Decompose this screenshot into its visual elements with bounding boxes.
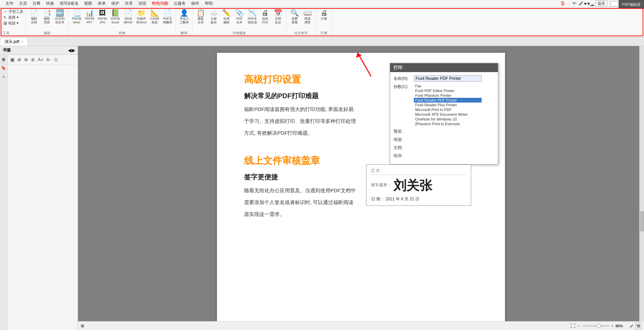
cloud-icon[interactable]: ☁: [590, 2, 595, 7]
free-check-btn[interactable]: 🔍 免费查重: [288, 9, 301, 25]
fit-page-btn[interactable]: ⛶: [570, 323, 575, 329]
pdf-scroll-area[interactable]: 高级打印设置 解决常见的PDF打印难题 福昕PDF阅读器拥有强大的打印功能, 界…: [78, 46, 644, 330]
doc-meeting-btn[interactable]: 📅 文档会议: [272, 9, 284, 25]
print-row-preview: 预览:: [394, 128, 495, 134]
sidebar-tool-settings[interactable]: ⊙: [53, 56, 59, 63]
cad-label: CAD转换器: [150, 17, 159, 24]
signature-box: 乙 方: 签字/盖章： 刘关张 日 期： 2021 年 6 月 21 日: [366, 164, 471, 206]
sidebar-icon-thumbnail[interactable]: ▣: [1, 56, 7, 62]
menu-item-sign[interactable]: 填写&签名: [57, 0, 81, 7]
sidebar-tool-add[interactable]: ▣: [9, 56, 15, 63]
remote-print-btn[interactable]: 🖨 远程打印: [259, 9, 271, 25]
pdf-to-ppt-btn[interactable]: 📊 PDF转PPT: [83, 9, 96, 25]
print-btn[interactable]: 🖨 打窝: [318, 9, 330, 21]
edit-doc-btn[interactable]: 📄 编辑文档: [28, 9, 40, 25]
sidebar-nav-forward[interactable]: ▶: [72, 48, 75, 53]
sidebar-icon-bookmark[interactable]: 🔖: [1, 65, 7, 71]
sidebar-nav-back[interactable]: ◀: [68, 48, 71, 53]
printer-option-foxit-plus[interactable]: Foxit Reader Plus Printer: [414, 103, 482, 107]
read-survey-label: 阅读调查: [304, 17, 310, 24]
printer-option-foxit-phantom[interactable]: Foxit Phantom Printer: [414, 93, 482, 98]
scrollbar-thumb[interactable]: [640, 211, 644, 232]
read-survey-btn[interactable]: 📖 阅读调查: [301, 9, 314, 25]
print-row-doc: 文档:: [394, 145, 495, 151]
sidebar-tool-collapse[interactable]: ⊕: [23, 56, 29, 63]
printer-option-onenote[interactable]: OneNote for Windows 10: [414, 117, 482, 122]
pdf-translate-icon: 📄: [163, 9, 172, 16]
printer-option-ms-pdf[interactable]: Microsoft Print to PDF: [414, 107, 482, 112]
sidebar-tool-expand[interactable]: ⊕: [17, 56, 22, 63]
print-printer-list: Fax Foxit PDF Editor Printer Foxit Phant…: [414, 84, 482, 126]
tab-title: 演示.pdf: [4, 39, 19, 45]
menu-item-file[interactable]: 文件: [3, 0, 16, 7]
print-dialog-body: 名称(N): Foxit Reader PDF Printer 份数(C): F…: [390, 72, 498, 164]
sidebar-tool-font-small[interactable]: A-: [46, 56, 52, 63]
printer-option-foxit-editor[interactable]: Foxit PDF Editor Printer: [414, 88, 482, 93]
template-btn[interactable]: 📋 模板文库: [195, 9, 207, 25]
tab-close-btn[interactable]: ×: [21, 40, 23, 44]
select-tool-btn[interactable]: ↖ 选择 ▾: [3, 15, 24, 20]
pdf-to-excel-btn[interactable]: 📗 PDF转Excel: [109, 9, 121, 25]
online-edit-btn[interactable]: ✏️ 在线编辑: [220, 9, 233, 25]
cad-converter-btn[interactable]: 📐 CAD转换器: [148, 9, 161, 25]
edit-page-icon: 📑: [43, 9, 51, 16]
pro-translate-btn[interactable]: 👤 专业人工翻译: [178, 9, 190, 25]
word-to-pdf-btn[interactable]: 📄 Word转PDF: [122, 9, 134, 25]
section-print: 高级打印设置 解决常见的PDF打印难题 福昕PDF阅读器拥有强大的打印功能, 界…: [244, 73, 478, 137]
menu-item-browse[interactable]: 浏览: [136, 0, 149, 7]
zoom-slider-thumb: [597, 324, 601, 328]
pdf-merge-btn[interactable]: 📎 PDF合并: [233, 9, 245, 25]
menu-item-special[interactable]: 特色功能: [149, 0, 171, 7]
menu-item-protect[interactable]: 保护: [108, 0, 122, 7]
date-label: 日 期：: [371, 197, 384, 201]
pdf-editor-btn[interactable]: PDF编辑器: [619, 0, 644, 9]
menu-item-help[interactable]: 帮助: [202, 0, 216, 7]
printer-option-ms-xps[interactable]: Microsoft XPS Document Writer: [414, 112, 482, 117]
zoom-percent: 80%: [616, 324, 627, 328]
hand-tool-btn[interactable]: ☞ 手型工具: [3, 9, 24, 15]
menu-item-form[interactable]: 表单: [95, 0, 108, 7]
print-name-field[interactable]: Foxit Reader PDF Printer: [414, 75, 482, 82]
edit-page-btn[interactable]: 📑 编辑页面: [41, 9, 53, 25]
cloud-backup-btn[interactable]: ☁️ 云端备份: [207, 9, 220, 25]
expand-btn[interactable]: ⤢: [629, 323, 633, 329]
sidebar-tool-font-large[interactable]: A+: [37, 56, 44, 63]
printer-option-fax[interactable]: Fax: [414, 84, 482, 88]
sogou-tools[interactable]: 中· 🎤 ■ ■: [570, 0, 592, 7]
scan-to-word-btn[interactable]: 📁 扫描件转Word: [135, 9, 148, 25]
zoom-tool-btn[interactable]: ⊞ 缩放 ▾: [3, 20, 24, 26]
zoom-slider[interactable]: [582, 325, 609, 327]
menu-item-cloud[interactable]: 云服务: [171, 0, 188, 7]
print-group: 🖨 打窝 打窝: [316, 8, 333, 36]
printer-option-phantom-evernote[interactable]: |Phantom Print to Evernote: [414, 122, 482, 126]
pdf-ppt-icon: 📊: [85, 9, 94, 16]
sync-icon[interactable]: ↔: [597, 2, 602, 7]
online-edit-label: 在线编辑: [223, 17, 229, 24]
menu-item-share[interactable]: 共享: [122, 0, 136, 7]
signature-乙方-label: 乙 方:: [371, 168, 381, 173]
ocr-btn[interactable]: 🔤 OCR识别文本: [54, 9, 66, 25]
sidebar-tool-edit[interactable]: ⊕: [30, 56, 36, 63]
menu-item-annotate[interactable]: 注释: [30, 0, 43, 7]
vertical-scrollbar[interactable]: [639, 46, 644, 321]
menu-item-convert[interactable]: 转换: [43, 0, 57, 7]
signature-date-row: 日 期： 2021 年 6 月 21 日: [371, 196, 466, 202]
cad-icon: 📐: [150, 9, 159, 16]
pdf-tab[interactable]: 演示.pdf ×: [0, 37, 28, 46]
zoom-minus-btn[interactable]: −: [577, 323, 580, 329]
pdf-compress-btn[interactable]: 📉 PDF在线压缩: [246, 9, 258, 25]
print-dialog: 打印 名称(N): Foxit Reader PDF Printer 份数(C)…: [390, 63, 498, 164]
ocr-icon: 🔤: [56, 9, 64, 16]
menu-item-view[interactable]: 视图: [81, 0, 95, 7]
sidebar-header: 书签 ◀ ▶: [0, 46, 78, 55]
menu-item-home[interactable]: 主页: [16, 0, 30, 7]
pdf-to-word-btn[interactable]: 📃 PDF转Word: [71, 9, 83, 25]
printer-option-foxit-reader[interactable]: Foxit Reader PDF Printer: [414, 98, 482, 103]
fullscreen-btn[interactable]: ⧉: [636, 323, 641, 329]
sidebar-icon-layers[interactable]: ≡: [1, 74, 7, 80]
template-icon: 📋: [197, 9, 205, 16]
word-pdf-icon: 📄: [124, 9, 133, 16]
pdf-to-jpg-btn[interactable]: 🖼 PDF转JPG: [96, 9, 108, 25]
pdf-translate-btn[interactable]: 📄 PDF文档翻译: [161, 9, 174, 25]
menu-item-plugin[interactable]: 插件: [188, 0, 202, 7]
